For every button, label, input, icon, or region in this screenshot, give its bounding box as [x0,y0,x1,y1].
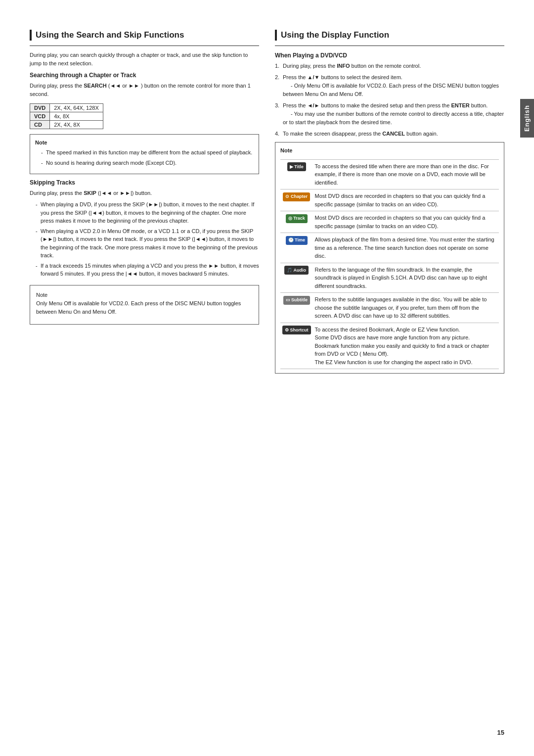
table-row: ▶ Title To access the desired title when… [280,159,499,189]
table-row: ◎ Track Most DVD discs are recorded in c… [280,211,499,233]
title-icon: ▶ Title [287,162,306,171]
icon-cell-audio: 🎵 Audio [280,263,313,293]
speed-label-vcd: VCD [30,112,50,121]
when-subheading: When Playing a DVD/VCD [275,52,504,59]
skip-list: When playing a DVD, if you press the SKI… [30,200,259,278]
icon-cell-track: ◎ Track [280,211,313,233]
speed-value-vcd: 4x, 8X [50,112,103,121]
list-item: 1. During play, press the INFO button on… [275,62,504,70]
list-item: If a track exceeds 15 minutes when playi… [36,262,259,278]
note1-title: Note [35,139,254,147]
note2-body: Only Menu Off is available for VCD2.0. E… [36,299,253,316]
left-column: Using the Search and Skip Functions Duri… [30,30,259,330]
list-item: When playing a VCD 2.0 in Menu Off mode,… [36,227,259,260]
list-item: The speed marked in this function may be… [41,148,254,157]
chapter-icon: ⊙ Chapter [283,192,310,201]
time-icon: 🕐 Time [286,236,308,245]
right-column: Using the Display Function When Playing … [275,30,504,378]
note-box-1: Note The speed marked in this function m… [30,134,259,174]
list-item: 2. Press the ▲/▼ buttons to select the d… [275,73,504,98]
table-row: DVD 2X, 4X, 64X, 128X [30,104,103,112]
list-item: 4. To make the screen disappear, press t… [275,130,504,138]
steps-list: 1. During play, press the INFO button on… [275,62,504,138]
english-tab: English [520,99,534,138]
table-row: VCD 4x, 8X [30,112,103,121]
subtitle-icon: ▭ Subtitle [283,296,311,305]
note2-title: Note [36,290,253,299]
icon-table: ▶ Title To access the desired title when… [280,159,499,370]
table-row: 🕐 Time Allows playback of the film from … [280,233,499,263]
skip-intro: During play, press the SKIP (|◄◄ or ►►|)… [30,189,259,197]
skip-subheading: Skipping Tracks [30,179,259,186]
icon-desc-subtitle: Refers to the subtitle languages availab… [313,293,499,323]
right-note-title: Note [280,146,499,155]
speed-value-dvd: 2X, 4X, 64X, 128X [50,104,103,112]
page-number: 15 [497,729,504,736]
icon-cell-chapter: ⊙ Chapter [280,189,313,211]
speed-label-cd: CD [30,121,50,129]
speed-label-dvd: DVD [30,104,50,112]
left-section-title: Using the Search and Skip Functions [30,30,259,41]
table-row: CD 2X, 4X, 8X [30,121,103,129]
icon-desc-audio: Refers to the language of the film sound… [313,263,499,293]
speed-table: DVD 2X, 4X, 64X, 128X VCD 4x, 8X CD 2X, … [30,103,103,129]
table-row: ▭ Subtitle Refers to the subtitle langua… [280,293,499,323]
icon-cell-shortcut: ⚙ Shortcut [280,323,313,369]
track-icon: ◎ Track [286,214,308,223]
search-subheading: Searching through a Chapter or Track [30,72,259,79]
list-item: 3. Press the ◄/► buttons to make the des… [275,101,504,127]
note1-list: The speed marked in this function may be… [35,148,254,167]
icon-desc-title: To access the desired title when there a… [313,159,499,189]
shortcut-icon: ⚙ Shortcut [282,326,311,334]
icon-desc-shortcut: To access the desired Bookmark, Angle or… [313,323,499,369]
audio-icon: 🎵 Audio [284,266,309,275]
icon-desc-track: Most DVD discs are recorded in chapters … [313,211,499,233]
left-intro: During play, you can search quickly thro… [30,51,259,68]
icon-desc-time: Allows playback of the film from a desir… [313,233,499,263]
note-box-2: Note Only Menu Off is available for VCD2… [30,285,259,325]
table-row: ⊙ Chapter Most DVD discs are recorded in… [280,189,499,211]
table-row: 🎵 Audio Refers to the language of the fi… [280,263,499,293]
search-body: During play, press the SEARCH (◄◄ or ►► … [30,82,259,98]
list-item: No sound is hearing during search mode (… [41,159,254,167]
right-note-box: Note ▶ Title To access the desired title… [275,142,504,374]
icon-cell-title: ▶ Title [280,159,313,189]
right-section-title: Using the Display Function [275,30,504,41]
speed-value-cd: 2X, 4X, 8X [50,121,103,129]
table-row: ⚙ Shortcut To access the desired Bookmar… [280,323,499,369]
icon-cell-subtitle: ▭ Subtitle [280,293,313,323]
icon-desc-chapter: Most DVD discs are recorded in chapters … [313,189,499,211]
list-item: When playing a DVD, if you press the SKI… [36,200,259,225]
page: English Using the Search and Skip Functi… [0,0,534,756]
icon-cell-time: 🕐 Time [280,233,313,263]
